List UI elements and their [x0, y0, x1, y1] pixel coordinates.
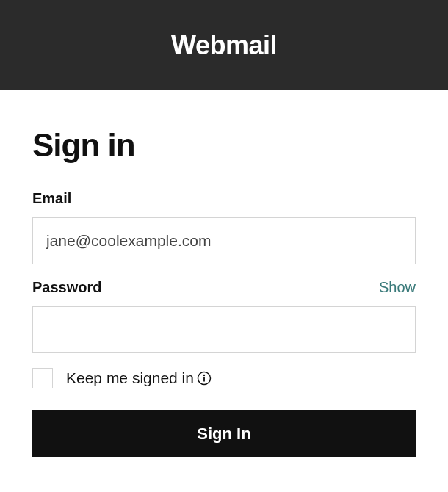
keep-signed-label: Keep me signed in	[66, 369, 194, 387]
info-icon[interactable]	[197, 371, 212, 386]
main: Sign in Email Password Show Keep me sign…	[0, 90, 448, 457]
show-password-link[interactable]: Show	[379, 279, 416, 296]
email-input[interactable]	[32, 217, 416, 264]
password-input[interactable]	[32, 306, 416, 353]
keep-signed-checkbox[interactable]	[32, 368, 53, 388]
page-title: Sign in	[32, 127, 416, 164]
email-label: Email	[32, 190, 416, 207]
svg-point-1	[203, 375, 205, 376]
keep-signed-label-wrapper: Keep me signed in	[66, 369, 212, 387]
password-label-row: Password Show	[32, 279, 416, 296]
password-field-group: Password Show	[32, 279, 416, 353]
header: Webmail	[0, 0, 448, 90]
signin-button[interactable]: Sign In	[32, 410, 416, 457]
svg-rect-2	[203, 377, 205, 382]
password-label: Password	[32, 279, 101, 296]
keep-signed-row: Keep me signed in	[32, 368, 416, 388]
email-field-group: Email	[32, 190, 416, 264]
header-title: Webmail	[171, 30, 277, 61]
